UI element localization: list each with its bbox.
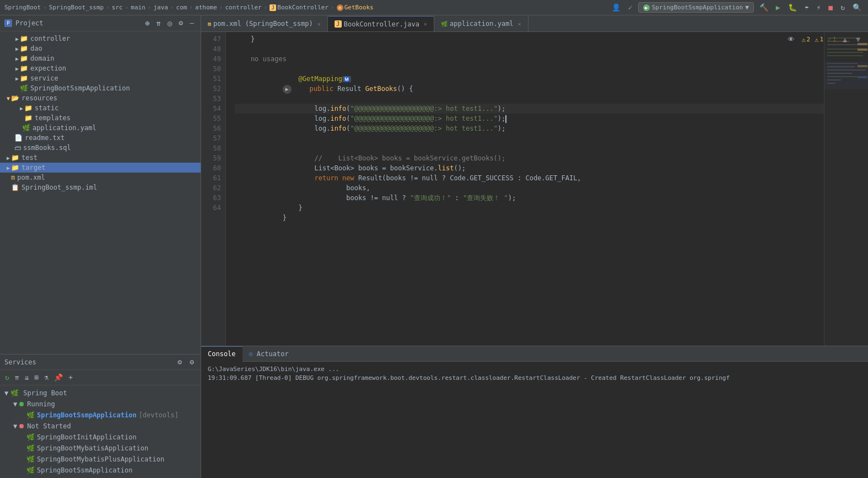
- not-started-arrow-icon[interactable]: ▼: [13, 422, 17, 430]
- service-item-ssmpapp[interactable]: 🌿 SpringBootSsmpApplication [devtools]: [0, 410, 201, 421]
- tree-arrow-target[interactable]: ▶: [7, 165, 10, 171]
- services-settings-icon[interactable]: ⚙: [175, 357, 184, 367]
- service-item-mybatisapp[interactable]: 🌿 SpringBootMybatisApplication: [0, 443, 201, 454]
- tree-arrow-test[interactable]: ▶: [7, 155, 10, 161]
- breadcrumb-bookcontroller[interactable]: JBookController: [269, 4, 328, 11]
- breadcrumb-java[interactable]: java: [153, 4, 168, 11]
- services-refresh-icon[interactable]: ↻: [3, 372, 11, 383]
- services-collapse-icon[interactable]: ⇈: [13, 372, 21, 383]
- tree-item-app-yaml[interactable]: ▶ 🌿 application.yaml: [0, 123, 201, 133]
- txt-icon-readme: 📄: [14, 134, 23, 142]
- tab-bookcontroller-close[interactable]: ✕: [424, 21, 427, 27]
- tree-arrow-controller[interactable]: ▶: [15, 36, 19, 42]
- tree-item-static[interactable]: ▶ 📁 static: [0, 103, 201, 113]
- tab-actuator[interactable]: ⚙ Actuator: [242, 346, 295, 362]
- tab-appyaml-icon: 🌿: [441, 21, 448, 27]
- coverage-icon[interactable]: ☂: [802, 2, 811, 13]
- svg-rect-18: [858, 76, 867, 78]
- tree-item-resources[interactable]: ▼ 📂 resources: [0, 93, 201, 103]
- stopped-dot-indicator: [19, 424, 24, 428]
- tree-item-templates[interactable]: ▶ 📁 templates: [0, 113, 201, 123]
- tree-arrow-expection[interactable]: ▶: [15, 66, 19, 72]
- services-add-icon[interactable]: +: [67, 372, 74, 383]
- add-content-icon[interactable]: ⊕: [143, 18, 152, 29]
- hide-icon[interactable]: —: [187, 18, 196, 29]
- tree-item-expection[interactable]: ▶ 📁 expection: [0, 63, 201, 73]
- tab-appyaml-close[interactable]: ✕: [518, 21, 521, 27]
- collapse-icon[interactable]: ⇈: [154, 18, 163, 29]
- run-icon[interactable]: ▶: [774, 2, 783, 13]
- eye-slash-icon[interactable]: 👁: [785, 34, 797, 45]
- search-icon[interactable]: 🔍: [850, 2, 864, 13]
- tab-appyaml[interactable]: 🌿 application.yaml ✕: [434, 16, 529, 31]
- update-icon[interactable]: ↻: [838, 2, 847, 13]
- console-line-2: 19:31:09.687 [Thread-0] DEBUG org.spring…: [208, 374, 861, 383]
- tree-arrow-dao[interactable]: ▶: [15, 46, 19, 52]
- line-numbers: 47 48 49 50 51 52 53 54 55 56 57 58 59 6…: [201, 32, 226, 346]
- run-config-selector[interactable]: ▶ SpringBootSsmpApplication ▼: [638, 2, 754, 13]
- tree-item-readme[interactable]: ▶ 📄 readme.txt: [0, 133, 201, 143]
- springboot-group-arrow[interactable]: ▼: [4, 389, 8, 397]
- settings-icon[interactable]: ⚙: [176, 18, 185, 29]
- tree-arrow-service[interactable]: ▶: [15, 76, 19, 82]
- breadcrumb-getbooks[interactable]: mGetBooks: [337, 4, 374, 11]
- tab-bookcontroller[interactable]: J BookController.java ✕: [328, 16, 434, 31]
- tree-item-pomxml[interactable]: ▶ m pom.xml: [0, 173, 201, 182]
- tab-pomxml-label: pom.xml (SpringBoot_ssmp): [213, 20, 313, 28]
- top-bar-right: 👤 ✓ ▶ SpringBootSsmpApplication ▼ 🔨 ▶ 🐛 …: [610, 2, 864, 13]
- profiler-icon[interactable]: ⚡: [815, 2, 823, 13]
- tree-arrow-domain[interactable]: ▶: [15, 56, 19, 62]
- tree-item-target[interactable]: ▶ 📁 target: [0, 163, 201, 173]
- tab-pomxml-close[interactable]: ✕: [317, 21, 321, 27]
- breadcrumb-project[interactable]: SpringBoot_ssmp: [49, 4, 104, 11]
- tree-item-dao[interactable]: ▶ 📁 dao: [0, 44, 201, 53]
- tree-item-service[interactable]: ▶ 📁 service: [0, 73, 201, 83]
- service-running-header[interactable]: ▼ Running: [0, 399, 201, 410]
- tree-item-test[interactable]: ▶ 📁 test: [0, 153, 201, 163]
- services-group-icon[interactable]: ⊞: [33, 372, 40, 383]
- project-icon: P: [4, 19, 12, 27]
- main-layout: P Project ⊕ ⇈ ◎ ⚙ — ▶ 📁 controller ▶: [0, 15, 868, 478]
- breadcrumb-athome[interactable]: athome: [195, 4, 217, 11]
- code-content[interactable]: } no usages @GetMappingⓂ️ ▶ public Resul…: [226, 32, 824, 346]
- service-item-initapp[interactable]: 🌿 SpringBootInitApplication: [0, 432, 201, 443]
- breadcrumb-com[interactable]: com: [176, 4, 187, 11]
- debug-icon[interactable]: 🐛: [786, 2, 799, 13]
- tree-item-springbootapp[interactable]: ▶ 🌿 SpringBootSsmpApplication: [0, 83, 201, 93]
- content-area: m pom.xml (SpringBoot_ssmp) ✕ J BookCont…: [201, 15, 868, 478]
- sidebar-scrollbar-h[interactable]: [0, 351, 201, 354]
- service-not-started-header[interactable]: ▼ Not Started: [0, 421, 201, 432]
- sql-icon-ssmbooks: 🗃: [14, 144, 21, 152]
- locate-icon[interactable]: ◎: [165, 18, 174, 29]
- sidebar-toolbar: ⊕ ⇈ ◎ ⚙ —: [143, 18, 196, 29]
- stop-icon[interactable]: ■: [826, 2, 835, 13]
- running-arrow-icon[interactable]: ▼: [13, 400, 17, 408]
- tree-arrow-static[interactable]: ▶: [20, 105, 23, 111]
- breadcrumb-controller[interactable]: controller: [225, 4, 261, 11]
- profile-icon[interactable]: 👤: [610, 2, 623, 13]
- tab-console[interactable]: Console: [201, 346, 242, 362]
- services-gear-icon[interactable]: ⚙: [187, 357, 196, 367]
- top-bar: SpringBoot › SpringBoot_ssmp › src › mai…: [0, 0, 868, 15]
- initapp-icon: 🌿: [26, 433, 35, 441]
- breadcrumb-springboot[interactable]: SpringBoot: [4, 4, 41, 11]
- svg-rect-17: [858, 65, 867, 67]
- services-pin-icon[interactable]: 📌: [52, 372, 64, 383]
- breadcrumb-src[interactable]: src: [112, 4, 123, 11]
- tree-arrow-resources[interactable]: ▼: [7, 95, 10, 101]
- tree-item-iml[interactable]: ▶ 📋 SpringBoot_ssmp.iml: [0, 182, 201, 192]
- services-filter-icon[interactable]: ⚗: [42, 372, 50, 383]
- service-group-springboot[interactable]: ▼ 🌿 Spring Boot: [0, 388, 201, 399]
- services-expand-icon[interactable]: ⇊: [23, 372, 31, 383]
- code-editor[interactable]: 👁 ⚠ 2 ⚠ 1 ✓ 1 ▲ ▼: [201, 32, 868, 346]
- tree-item-ssmbooks[interactable]: ▶ 🗃 ssmBooks.sql: [0, 143, 201, 153]
- build-icon[interactable]: 🔨: [757, 2, 770, 13]
- tab-pomxml[interactable]: m pom.xml (SpringBoot_ssmp) ✕: [201, 16, 328, 31]
- service-item-mybatisplusapp[interactable]: 🌿 SpringBootMybatisPlusApplication: [0, 454, 201, 465]
- breadcrumb-main[interactable]: main: [131, 4, 145, 11]
- tree-item-domain[interactable]: ▶ 📁 domain: [0, 53, 201, 63]
- run-gutter-icon[interactable]: ▶: [283, 85, 292, 94]
- vcs-icon[interactable]: ✓: [626, 2, 635, 13]
- service-item-ssmapp[interactable]: 🌿 SpringBootSsmApplication: [0, 465, 201, 476]
- tree-item-controller[interactable]: ▶ 📁 controller: [0, 34, 201, 44]
